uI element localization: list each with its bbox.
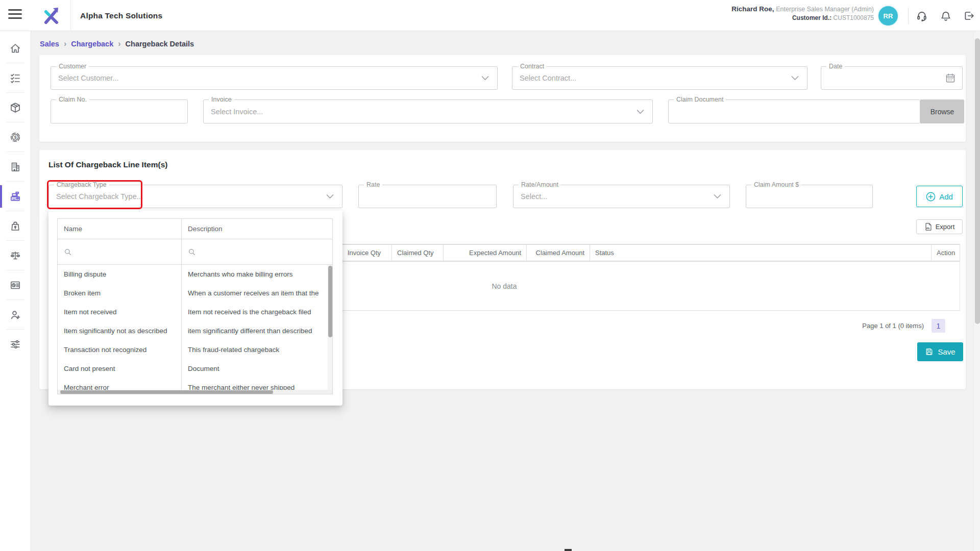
claim-amount-label: Claim Amount $: [751, 181, 801, 189]
dropdown-description-search-input[interactable]: [182, 239, 332, 264]
date-field[interactable]: Date: [821, 66, 963, 90]
chevron-down-icon: [714, 194, 721, 199]
sidebar-item-pricing[interactable]: $: [0, 122, 31, 152]
export-button-label: Export: [936, 223, 955, 231]
add-button[interactable]: Add: [916, 186, 963, 207]
dropdown-option-broken-item[interactable]: Broken item When a customer receives an …: [58, 284, 332, 303]
export-button[interactable]: xls Export: [916, 219, 963, 234]
table-header-claimed-amount: Claimed Amount: [527, 245, 590, 261]
screen-artifact: [565, 549, 572, 551]
chevron-down-icon: [636, 109, 644, 114]
dropdown-table: Name Description Billing dispute Merchan: [57, 218, 333, 394]
breadcrumb-chargeback[interactable]: Chargeback: [71, 40, 113, 48]
user-info: Richard Roe, Enterprise Sales Manager (A…: [731, 5, 874, 22]
invoice-select[interactable]: Invoice Select Invoice...: [203, 99, 653, 123]
user-plus-icon: [9, 309, 21, 321]
breadcrumb-separator-icon: ›: [118, 40, 120, 48]
dropdown-horizontal-scrollbar[interactable]: [58, 390, 332, 394]
sidebar-item-add-user[interactable]: [0, 300, 31, 330]
logo-container[interactable]: [31, 0, 71, 31]
filters-card: Customer Select Customer... Contract Sel…: [39, 55, 966, 142]
sidebar-item-purchases[interactable]: [0, 211, 31, 241]
xls-file-icon: xls: [924, 222, 933, 231]
sidebar-item-chargeback[interactable]: [0, 182, 31, 211]
dropdown-header-row: Name Description: [58, 219, 332, 239]
sidebar-nav: $: [0, 31, 31, 551]
rate-amount-select[interactable]: Rate/Amount Select...: [513, 185, 730, 208]
dropdown-option-billing-dispute[interactable]: Billing dispute Merchants who make billi…: [58, 265, 332, 284]
table-header-claimed-qty: Claimed Qty: [392, 245, 444, 261]
claim-amount-input[interactable]: Claim Amount $: [746, 185, 873, 208]
customer-id-value: CUST1000875: [834, 14, 874, 21]
calendar-icon[interactable]: [945, 72, 956, 84]
chargeback-type-dropdown: Name Description Billing dispute Merchan: [48, 210, 342, 406]
save-floppy-icon: [925, 347, 934, 356]
chargeback-type-select[interactable]: Chargeback Type Select Chargeback Type..…: [48, 185, 342, 208]
invoice-placeholder: Select Invoice...: [211, 108, 263, 116]
brand-logo-icon: [41, 6, 61, 26]
sliders-icon: [9, 338, 21, 350]
dropdown-option-card-not-present[interactable]: Card not present Document: [58, 359, 332, 378]
contract-placeholder: Select Contract...: [520, 74, 576, 82]
table-header-status: Status: [590, 245, 932, 261]
claim-document-label: Claim Document: [674, 95, 726, 104]
report-icon: [9, 279, 21, 291]
home-icon: [9, 42, 21, 55]
breadcrumb-separator-icon: ›: [64, 40, 66, 48]
browse-button[interactable]: Browse: [920, 99, 964, 123]
svg-text:C: C: [17, 252, 19, 256]
dropdown-vertical-scrollbar[interactable]: [328, 265, 332, 394]
dropdown-option-item-not-received[interactable]: Item not received Item not received is t…: [58, 303, 332, 321]
invoice-label: Invoice: [209, 95, 234, 104]
svg-text:xls: xls: [926, 227, 929, 230]
table-header-expected-amount: Expected Amount: [444, 245, 527, 261]
claim-document-field[interactable]: Claim Document Browse: [668, 99, 920, 123]
customer-select[interactable]: Customer Select Customer...: [51, 66, 498, 90]
app-header: Alpha Tech Solutions Richard Roe, Enterp…: [0, 0, 980, 31]
rate-input[interactable]: Rate: [358, 185, 497, 208]
search-icon: [64, 248, 72, 256]
logout-icon[interactable]: [963, 10, 975, 22]
dropdown-name-search-input[interactable]: [58, 239, 182, 264]
sidebar-item-products[interactable]: [0, 93, 31, 122]
sidebar-item-tasks[interactable]: [0, 63, 31, 93]
page-scrollbar[interactable]: [973, 0, 980, 551]
no-data-text: No data: [492, 282, 517, 290]
sidebar-item-home[interactable]: [0, 34, 31, 63]
sidebar-item-debit-credit[interactable]: D C: [0, 241, 31, 270]
avatar[interactable]: RR: [878, 6, 898, 26]
breadcrumb-current: Chargeback Details: [126, 40, 194, 48]
sidebar-item-settings[interactable]: [0, 330, 31, 359]
sidebar-item-company[interactable]: [0, 152, 31, 182]
app-title: Alpha Tech Solutions: [80, 0, 162, 31]
dropdown-option-transaction-not-recognized[interactable]: Transaction not recognized This fraud-re…: [58, 340, 332, 359]
chevron-down-icon: [791, 76, 799, 81]
headset-icon[interactable]: [916, 10, 928, 22]
breadcrumb: Sales › Chargeback › Chargeback Details: [40, 40, 194, 48]
cash-register-icon: [9, 190, 22, 203]
breadcrumb-sales[interactable]: Sales: [40, 40, 59, 48]
hamburger-menu-icon[interactable]: [8, 9, 22, 21]
dropdown-vertical-scroll-thumb[interactable]: [328, 266, 332, 337]
table-header-invoice-qty: Invoice Qty: [342, 245, 392, 261]
bell-icon[interactable]: [940, 10, 952, 22]
date-label: Date: [826, 62, 845, 71]
customer-label: Customer: [56, 62, 89, 71]
package-icon: [9, 102, 21, 114]
dropdown-option-item-not-as-described[interactable]: Item significantly not as described item…: [58, 321, 332, 340]
tasks-icon: [9, 72, 21, 84]
chargeback-type-label: Chargeback Type: [54, 181, 109, 189]
shopping-bag-icon: [9, 220, 21, 232]
add-button-label: Add: [939, 192, 953, 201]
contract-select[interactable]: Contract Select Contract...: [512, 66, 807, 90]
rate-amount-placeholder: Select...: [521, 192, 547, 201]
page-scroll-thumb[interactable]: [975, 38, 980, 324]
save-button[interactable]: Save: [917, 342, 963, 361]
page-1-button[interactable]: 1: [932, 319, 945, 333]
claim-no-input[interactable]: Claim No.: [51, 99, 188, 123]
building-icon: [9, 161, 21, 173]
dropdown-horizontal-scroll-thumb[interactable]: [60, 390, 273, 394]
svg-text:D: D: [11, 252, 14, 256]
chargeback-type-placeholder: Select Chargeback Type...: [56, 192, 143, 201]
sidebar-item-reports[interactable]: [0, 270, 31, 300]
